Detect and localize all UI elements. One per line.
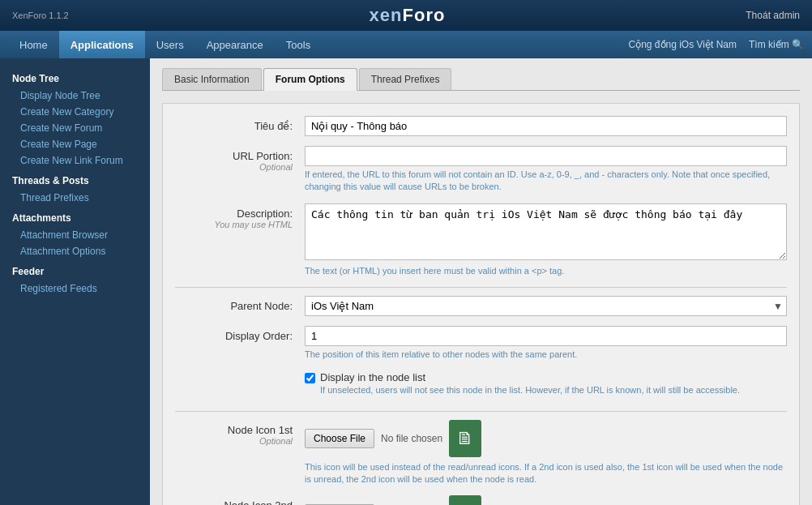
display-in-node-checkbox[interactable] bbox=[305, 373, 315, 383]
parent-node-select-wrapper: iOs Việt Nam ▼ bbox=[305, 296, 787, 316]
content-area: Basic Information Forum Options Thread P… bbox=[150, 58, 812, 505]
sidebar-item-create-category[interactable]: Create New Category bbox=[0, 104, 150, 120]
nav-users[interactable]: Users bbox=[145, 31, 195, 58]
sidebar-item-thread-prefixes[interactable]: Thread Prefixes bbox=[0, 190, 150, 206]
search-text: Tìm kiếm bbox=[749, 39, 789, 50]
display-in-node-label-group: Display in the node list If unselected, … bbox=[320, 371, 740, 395]
logo: xenForo bbox=[370, 5, 446, 26]
sidebar-section-threads-posts: Threads & Posts Thread Prefixes bbox=[0, 169, 150, 206]
node-icon2-preview: 🗎 bbox=[449, 495, 481, 505]
top-bar: XenForo 1.1.2 xenForo Thoát admin bbox=[0, 0, 812, 31]
sidebar-title-node-tree: Node Tree bbox=[0, 66, 150, 88]
sidebar-item-create-page[interactable]: Create New Page bbox=[0, 136, 150, 152]
nav-bar: Home Applications Users Appearance Tools… bbox=[0, 31, 812, 58]
node-icon1-row: Node Icon 1st Optional Choose File No fi… bbox=[175, 420, 787, 486]
display-order-hint: The position of this item relative to ot… bbox=[305, 349, 787, 361]
desc-label: Description: You may use HTML bbox=[175, 203, 305, 229]
desc-textarea[interactable]: Các thông tin từ ban quản trị iOs Việt N… bbox=[305, 203, 787, 260]
sidebar-item-registered-feeds[interactable]: Registered Feeds bbox=[0, 280, 150, 297]
search-link[interactable]: Tìm kiếm 🔍 bbox=[749, 39, 804, 50]
admin-link[interactable]: Thoát admin bbox=[746, 10, 800, 21]
logo-xen: xen bbox=[370, 5, 403, 25]
tab-bar: Basic Information Forum Options Thread P… bbox=[162, 68, 800, 91]
nav-home[interactable]: Home bbox=[8, 31, 59, 58]
sidebar-title-threads-posts: Threads & Posts bbox=[0, 169, 150, 190]
display-in-node-checkbox-row: Display in the node list If unselected, … bbox=[305, 371, 787, 395]
display-in-node-row: Display in the node list If unselected, … bbox=[175, 371, 787, 401]
parent-node-select[interactable]: iOs Việt Nam bbox=[305, 296, 787, 316]
sidebar-item-create-forum[interactable]: Create New Forum bbox=[0, 120, 150, 136]
form-panel: Tiêu đề: URL Portion: Optional If entere… bbox=[162, 103, 800, 505]
display-in-node-label: Display in the node list bbox=[320, 371, 425, 383]
community-link[interactable]: Cộng đồng iOs Việt Nam bbox=[629, 39, 737, 50]
sidebar-section-attachments: Attachments Attachment Browser Attachmen… bbox=[0, 206, 150, 259]
nav-appearance[interactable]: Appearance bbox=[195, 31, 275, 58]
sidebar-section-node-tree: Node Tree Display Node Tree Create New C… bbox=[0, 66, 150, 169]
nav-tools[interactable]: Tools bbox=[275, 31, 322, 58]
nav-right: Cộng đồng iOs Việt Nam Tìm kiếm 🔍 bbox=[629, 31, 805, 58]
parent-node-label: Parent Node: bbox=[175, 296, 305, 312]
display-order-input[interactable] bbox=[305, 326, 787, 346]
search-icon[interactable]: 🔍 bbox=[792, 39, 804, 50]
sidebar-title-feeder: Feeder bbox=[0, 259, 150, 280]
node-icon1-label: Node Icon 1st Optional bbox=[175, 420, 305, 446]
tab-forum-options[interactable]: Forum Options bbox=[263, 68, 357, 91]
node-icon1-hint: This icon will be used instead of the re… bbox=[305, 461, 787, 486]
display-order-label: Display Order: bbox=[175, 326, 305, 342]
display-order-row: Display Order: The position of this item… bbox=[175, 326, 787, 361]
display-in-node-spacer bbox=[175, 371, 305, 375]
divider-1 bbox=[175, 287, 787, 288]
nav-applications[interactable]: Applications bbox=[59, 31, 145, 58]
node-icon2-row: Node Icon 2nd Optional Choose File No fi… bbox=[175, 495, 787, 505]
sidebar-section-feeder: Feeder Registered Feeds bbox=[0, 259, 150, 297]
url-input[interactable] bbox=[305, 146, 787, 166]
sidebar-title-attachments: Attachments bbox=[0, 206, 150, 227]
url-label: URL Portion: Optional bbox=[175, 146, 305, 172]
sidebar-item-create-link-forum[interactable]: Create New Link Forum bbox=[0, 152, 150, 169]
sidebar-item-attachment-options[interactable]: Attachment Options bbox=[0, 243, 150, 259]
node-icon1-control: Choose File No file chosen 🗎 This icon w… bbox=[305, 420, 787, 486]
sidebar-item-attachment-browser[interactable]: Attachment Browser bbox=[0, 227, 150, 243]
url-hint: If entered, the URL to this forum will n… bbox=[305, 169, 787, 194]
node-icon1-preview: 🗎 bbox=[449, 420, 481, 457]
url-control: If entered, the URL to this forum will n… bbox=[305, 146, 787, 194]
parent-node-control: iOs Việt Nam ▼ bbox=[305, 296, 787, 316]
parent-node-row: Parent Node: iOs Việt Nam ▼ bbox=[175, 296, 787, 316]
tab-basic-information[interactable]: Basic Information bbox=[162, 68, 262, 90]
display-in-node-hint: If unselected, users will not see this n… bbox=[320, 385, 740, 395]
node-icon2-file-row: Choose File No file chosen 🗎 bbox=[305, 495, 787, 505]
node-icon1-file-row: Choose File No file chosen 🗎 bbox=[305, 420, 787, 457]
divider-2 bbox=[175, 411, 787, 412]
sidebar: Node Tree Display Node Tree Create New C… bbox=[0, 58, 150, 505]
title-label: Tiêu đề: bbox=[175, 116, 305, 132]
logo-foro: Foro bbox=[403, 5, 446, 25]
file-icon-symbol: 🗎 bbox=[456, 428, 474, 449]
url-row: URL Portion: Optional If entered, the UR… bbox=[175, 146, 787, 194]
desc-hint: The text (or HTML) you insert here must … bbox=[305, 265, 787, 277]
display-order-control: The position of this item relative to ot… bbox=[305, 326, 787, 361]
tab-thread-prefixes[interactable]: Thread Prefixes bbox=[359, 68, 452, 90]
node-icon1-choose-file-button[interactable]: Choose File bbox=[305, 429, 374, 448]
desc-control: Các thông tin từ ban quản trị iOs Việt N… bbox=[305, 203, 787, 277]
node-icon2-label: Node Icon 2nd Optional bbox=[175, 495, 305, 505]
title-row: Tiêu đề: bbox=[175, 116, 787, 136]
node-icon2-control: Choose File No file chosen 🗎 This icon M… bbox=[305, 495, 787, 505]
description-row: Description: You may use HTML Các thông … bbox=[175, 203, 787, 277]
title-input[interactable] bbox=[305, 116, 787, 136]
app-version: XenForo 1.1.2 bbox=[12, 11, 69, 20]
node-icon1-no-file-label: No file chosen bbox=[381, 433, 442, 444]
sidebar-item-display-node-tree[interactable]: Display Node Tree bbox=[0, 88, 150, 104]
main-layout: Node Tree Display Node Tree Create New C… bbox=[0, 58, 812, 505]
display-in-node-control: Display in the node list If unselected, … bbox=[305, 371, 787, 401]
title-control bbox=[305, 116, 787, 136]
